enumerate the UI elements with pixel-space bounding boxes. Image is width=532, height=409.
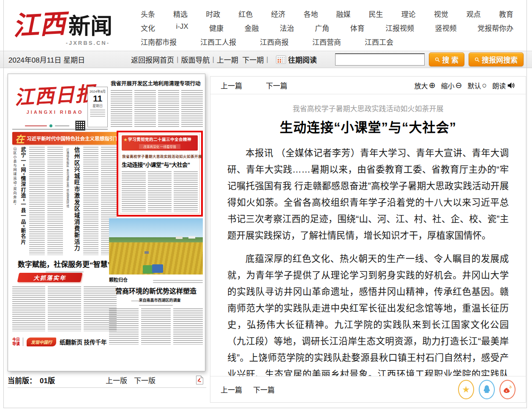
nav-item-jxys[interactable]: 江西营商 [312, 36, 341, 47]
newspaper-masthead: 江西日报 JIANGXI RIBAO [12, 80, 98, 131]
selected-article-region[interactable]: ★ 学习贯彻党的二十届三中全会精神 改革再深化 一线看举措 我省高校学子暑期大思… [117, 131, 203, 217]
search-button[interactable]: 搜 索 [429, 52, 464, 66]
story-xinzhou-sidenote: 打造特色街区 丰富消费业态 优化营商环境 [65, 148, 70, 216]
nav-item-jiaoyu[interactable]: 教育 [499, 8, 513, 19]
nav-item-guangjiao[interactable]: 广角 [315, 22, 329, 33]
story-xinzhou-headline[interactable]: 信州区兴城旺市激发区域消费新活力 [72, 147, 81, 255]
pager-links: 上一版 下一版 [106, 375, 156, 385]
next-page-link[interactable]: 下一版 [134, 375, 156, 385]
today-guide-strip: 今日 导读 发现中国行 纸翻新页 技传千年 [12, 335, 110, 348]
next-issue-link[interactable]: 下一期 [242, 54, 264, 65]
article-panel: 上一篇 下一篇 放大 ⊕ 缩小 ⊖ 默认 ○ [210, 76, 526, 403]
share-weibo-button[interactable] [499, 380, 516, 399]
prev-issue-link[interactable]: 上一期 [217, 54, 238, 65]
main-content: 江西日报 JIANGXI RIBAO 2024年8月 11 星期日 [0, 68, 532, 409]
prev-page-link[interactable]: 上一版 [106, 375, 127, 385]
nav-item-jndsb[interactable]: 江南都市报 [141, 36, 177, 47]
article-top-toolbar: 上一篇 下一篇 放大 ⊕ 缩小 ⊖ 默认 ○ [210, 77, 526, 94]
share-qzone-button[interactable]: ★ [458, 380, 474, 399]
nav-item-jiankang[interactable]: 健康 [209, 22, 224, 33]
logo-xinwen: 新闻 [68, 8, 112, 40]
photo-houses [188, 236, 195, 239]
photo-harvester-near [152, 264, 163, 273]
archive-link[interactable]: 往期阅读 [288, 54, 317, 65]
story-digital-social-security[interactable]: 数字赋能，社保服务更“智慧” [12, 258, 117, 272]
nav-item-shizheng[interactable]: 时政 [206, 8, 220, 19]
nav-item-toutiao[interactable]: 头条 [141, 8, 155, 19]
zoom-out-control[interactable]: 缩小 ⊖ [441, 80, 462, 91]
separator: | [266, 55, 268, 64]
story-tennis-county-kicker[interactable]: 山区小县与网球运动“双向奔赴” [12, 147, 17, 210]
nav-item-lilun[interactable]: 理论 [401, 8, 416, 19]
fake-text-column [173, 308, 203, 345]
nav-item-jxgh[interactable]: 江西工会 [365, 36, 393, 47]
nav-item-gedi[interactable]: 各地 [303, 8, 318, 19]
photo-treeline [109, 237, 203, 242]
nav-item-jinrong[interactable]: 金融 [245, 22, 259, 33]
cloud-logo-icon [49, 124, 52, 127]
nav-item-rongmei[interactable]: 融媒 [336, 8, 350, 19]
nav-item-jxsb[interactable]: 江西商报 [260, 36, 289, 47]
nav-item-tiyu[interactable]: 体育 [350, 22, 365, 33]
nav-item-guandian[interactable]: 观点 [467, 8, 481, 19]
share-qq-button[interactable] [479, 380, 495, 399]
photo-caption: 颗粒归仓 [109, 276, 128, 283]
calendar-icon[interactable] [276, 55, 286, 64]
rice-harvest-photo[interactable] [109, 218, 203, 274]
photo-sky [109, 218, 203, 237]
plenum-banner-title: 学习贯彻党的二十届三中全会精神 [122, 136, 198, 142]
fake-text-line [25, 125, 47, 126]
nav-item-wenhua[interactable]: 文化 [141, 22, 155, 33]
fake-text-column [48, 286, 81, 331]
fake-text-column [158, 90, 180, 127]
story-business-environment[interactable]: 营商环境的新优势这样塑造 ——来自南昌市西湖区的调查 [109, 285, 203, 345]
zoom-in-control[interactable]: 放大 ⊕ [415, 80, 436, 91]
article-nav-links: 上一篇 下一篇 [221, 80, 287, 91]
nav-item-ijx[interactable]: i-JX [176, 22, 188, 33]
nav-item-jingji[interactable]: 经济 [271, 8, 285, 19]
page-pager: 当前版： 01版 上一版 下一版 [8, 373, 206, 388]
default-size-control[interactable]: 默认 ○ [467, 80, 487, 91]
next-article-link[interactable]: 下一篇 [266, 80, 287, 91]
page-nav-link[interactable]: 版面导航 [181, 54, 210, 65]
fake-text-columns [111, 90, 203, 127]
nav-item-hongse[interactable]: 红色 [238, 8, 253, 19]
nav-item-jxgrb[interactable]: 江西工人报 [200, 36, 236, 47]
nav-item-minsheng[interactable]: 民生 [369, 8, 383, 19]
photo-rice-field [109, 242, 203, 274]
nav-item-fazhi[interactable]: 法治 [280, 22, 294, 33]
pdf-download-icon[interactable] [196, 375, 204, 385]
fake-text-column [111, 90, 132, 127]
nav-item-shu-video[interactable]: 竖视频 [435, 22, 457, 33]
fake-text-columns [109, 308, 203, 345]
story-land-clearance[interactable]: 我省开展开发区土地利用清理专项行动 [111, 79, 203, 127]
zoom-in-icon: ⊕ [429, 81, 436, 89]
party-emblem-icon: ★ [123, 137, 128, 143]
fake-text-line [90, 112, 105, 113]
main-nav: 头条 精选 时政 红色 经济 各地 融媒 民生 理论 视觉 观点 教育 文化 i… [141, 8, 513, 50]
fake-text-column [134, 90, 156, 127]
prev-article-link[interactable]: 上一篇 [221, 80, 242, 91]
prev-article-link-bottom[interactable]: 上一篇 [221, 384, 242, 395]
nav-item-jingxuan[interactable]: 精选 [173, 8, 188, 19]
fake-text-column [181, 90, 203, 127]
site-logo[interactable]: 江西 新闻 -JXRBS.CN- [13, 3, 112, 46]
nav-item-jiangbao-video[interactable]: 江报视频 [385, 22, 414, 33]
nav-item-dangbao[interactable]: 党报帮你办 [477, 22, 513, 33]
selected-article-headline: 生动连接“小课堂”与“大社会” [122, 160, 198, 168]
default-size-icon: ○ [482, 81, 487, 89]
back-home-link[interactable]: 返回报网首页 [131, 54, 174, 65]
nav-item-shijue[interactable]: 视觉 [434, 8, 448, 19]
fake-text-column [29, 147, 45, 255]
story-wuning-headline[interactable]: 武宁一“网”情深打造“一县一品”新名片 [19, 147, 27, 255]
article-bottom-toolbar: 上一篇 下一篇 ★ [210, 376, 526, 402]
read-aloud-control[interactable]: 朗读 [492, 80, 516, 91]
paper-date-day: 11 [88, 93, 107, 103]
search-area: 搜 索 搜报网搜索 [335, 52, 524, 66]
search-input[interactable] [335, 53, 425, 66]
site-search-button[interactable]: 搜报网搜索 [469, 52, 524, 66]
next-article-link-bottom[interactable]: 下一篇 [253, 384, 275, 395]
current-page-label: 当前版： [8, 375, 36, 385]
nav-row-3: 江南都市报 江西工人报 江西商报 江西营商 江西工会 [141, 36, 513, 47]
reader-controls: 放大 ⊕ 缩小 ⊖ 默认 ○ 朗读 [415, 80, 516, 91]
